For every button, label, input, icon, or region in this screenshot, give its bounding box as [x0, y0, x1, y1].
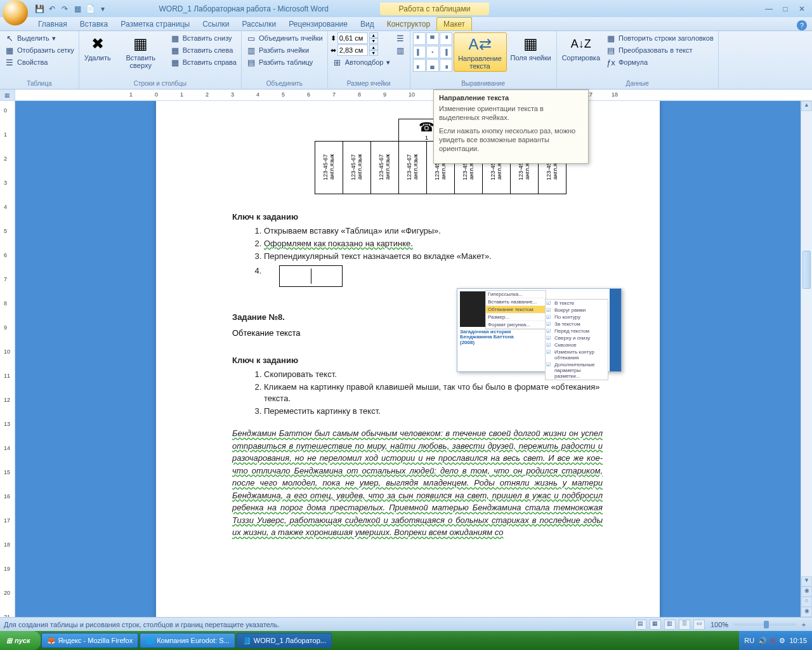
split-table-icon: ▤ — [246, 57, 256, 67]
insert-right-button[interactable]: ▦Вставить справа — [168, 56, 239, 68]
qat-icon[interactable]: ▦ — [72, 4, 82, 14]
table-cell: 123-45-67 англ.язык — [407, 142, 419, 192]
view-web-icon[interactable]: ▥ — [664, 620, 676, 630]
office-orb[interactable] — [3, 0, 28, 25]
status-message: Для создания таблицы и рисования строк, … — [4, 621, 280, 628]
browse-select-icon[interactable]: ○ — [801, 597, 812, 607]
ribbon-tabs: Главная Вставка Разметка страницы Ссылки… — [0, 17, 812, 31]
maximize-button[interactable]: □ — [778, 4, 793, 14]
insert-below-button[interactable]: ▦Вставить снизу — [168, 32, 239, 44]
select-button[interactable]: ↖Выделить ▾ — [3, 32, 76, 44]
scroll-thumb[interactable] — [802, 251, 811, 289]
convert-text-button[interactable]: ▤Преобразовать в текст — [604, 44, 716, 56]
tab-layout[interactable]: Разметка страницы — [114, 18, 196, 30]
view-print-icon[interactable]: ▤ — [635, 620, 646, 630]
align-ml[interactable]: ▌ — [413, 46, 426, 58]
minimize-button[interactable]: — — [761, 4, 776, 14]
align-tr[interactable]: ▝ — [440, 32, 452, 45]
row-height-input[interactable] — [337, 32, 368, 44]
document-area[interactable]: ☎1 123-45-67 англ.язык 123-45-67 англ.яз… — [15, 101, 801, 617]
spin-up[interactable]: ▲ — [369, 32, 378, 38]
qat-icon[interactable]: 📄 — [85, 4, 95, 14]
spin-up[interactable]: ▲ — [369, 44, 378, 50]
group-label: Объединить — [244, 79, 325, 88]
autofit-button[interactable]: ⊞Автоподбор ▾ — [331, 56, 392, 68]
delete-button[interactable]: ✖Удалить — [82, 32, 114, 63]
repeat-header-button[interactable]: ▦Повторить строки заголовков — [604, 32, 716, 44]
zoom-in-button[interactable]: + — [799, 621, 808, 628]
tab-view[interactable]: Вид — [354, 18, 381, 30]
view-outline-icon[interactable]: ☰ — [679, 620, 690, 630]
view-draft-icon[interactable]: ▭ — [693, 620, 705, 630]
table-cell: 123-45-67 англ.язык — [379, 142, 391, 192]
qat-more-icon[interactable]: ▾ — [98, 4, 108, 14]
zoom-slider[interactable] — [733, 623, 797, 626]
browse-prev-icon[interactable]: ◉ — [801, 587, 812, 597]
redo-icon[interactable]: ↷ — [60, 4, 70, 14]
align-mc[interactable]: ▪ — [426, 46, 439, 58]
tab-table-layout[interactable]: Макет — [436, 17, 472, 30]
tray-icon[interactable]: ⚙ — [779, 637, 785, 645]
vertical-scrollbar[interactable]: ▲ ▼ ◉ ○ ◉ — [801, 101, 812, 617]
spin-down[interactable]: ▼ — [369, 50, 378, 56]
close-button[interactable]: ✕ — [794, 4, 809, 14]
text-direction-icon: A⇄ — [470, 34, 490, 55]
view-read-icon[interactable]: ▦ — [650, 620, 661, 630]
col-width-input[interactable] — [337, 44, 368, 56]
lang-indicator[interactable]: RU — [744, 637, 754, 644]
properties-icon: ☰ — [4, 57, 15, 67]
tray-icon[interactable]: K — [771, 637, 775, 644]
align-tc[interactable]: ▀ — [426, 32, 439, 45]
ruler-corner[interactable]: ▦ — [0, 90, 15, 100]
list-item: Кликаем на картинку правой клавишей мыши… — [264, 381, 603, 404]
vertical-ruler[interactable]: 1012345678910111213141516171819202122232… — [0, 101, 15, 617]
align-bc[interactable]: ▄ — [426, 59, 439, 72]
taskbar-item[interactable]: 📘WORD_1 Лаборатор... — [237, 633, 332, 648]
help-icon[interactable]: ? — [797, 20, 807, 30]
cell-margins-button[interactable]: ▦Поля ячейки — [508, 32, 554, 63]
insert-right-icon: ▦ — [170, 57, 180, 67]
zoom-control: 100% − + — [710, 621, 808, 628]
split-cells-button[interactable]: ▥Разбить ячейки — [244, 44, 325, 56]
taskbar: ⊞пуск 🦊Яндекс - Mozilla Firefox 🌐Компани… — [0, 631, 812, 650]
page: ☎1 123-45-67 англ.язык 123-45-67 англ.яз… — [156, 101, 660, 617]
horizontal-ruler-wrap: ▦ 10123456789101112131415161718 — [0, 90, 812, 101]
tab-design[interactable]: Конструктор — [381, 18, 436, 30]
scroll-down-icon[interactable]: ▼ — [801, 576, 812, 587]
sort-button[interactable]: A↓ZСортировка — [560, 32, 603, 63]
align-bl[interactable]: ▖ — [413, 59, 426, 72]
tab-review[interactable]: Рецензирование — [282, 18, 354, 30]
insert-above-button[interactable]: ▦Вставить сверху — [115, 32, 167, 70]
taskbar-item[interactable]: 🦊Яндекс - Mozilla Firefox — [41, 633, 139, 648]
browse-next-icon[interactable]: ◉ — [801, 607, 812, 617]
align-tl[interactable]: ▘ — [413, 32, 426, 45]
tab-insert[interactable]: Вставка — [74, 18, 115, 30]
scroll-up-icon[interactable]: ▲ — [801, 101, 812, 111]
tab-references[interactable]: Ссылки — [196, 18, 235, 30]
text-direction-button[interactable]: A⇄Направление текста — [454, 32, 507, 72]
clock[interactable]: 10:15 — [789, 637, 807, 644]
start-button[interactable]: ⊞пуск — [0, 631, 41, 650]
tray-icon[interactable]: 🔊 — [758, 637, 767, 645]
list-item — [264, 265, 603, 287]
zoom-out-button[interactable]: − — [722, 621, 731, 628]
zoom-level[interactable]: 100% — [710, 621, 719, 628]
horizontal-ruler[interactable]: 10123456789101112131415161718 — [15, 90, 812, 100]
undo-icon[interactable]: ↶ — [47, 4, 57, 14]
tab-mailings[interactable]: Рассылки — [235, 18, 282, 30]
insert-left-button[interactable]: ▦Вставить слева — [168, 44, 239, 56]
properties-button[interactable]: ☰Свойства — [3, 56, 76, 68]
distribute-rows-button[interactable]: ☰ — [393, 32, 407, 44]
formula-button[interactable]: ƒxФормула — [604, 56, 716, 68]
tab-home[interactable]: Главная — [32, 18, 74, 30]
windows-icon: ⊞ — [6, 637, 12, 645]
split-table-button[interactable]: ▤Разбить таблицу — [244, 56, 325, 68]
align-mr[interactable]: ▐ — [440, 46, 452, 58]
spin-down[interactable]: ▼ — [369, 38, 378, 44]
save-icon[interactable]: 💾 — [34, 4, 44, 14]
distribute-cols-button[interactable]: ▥ — [393, 44, 407, 56]
show-grid-button[interactable]: ▦Отобразить сетку — [3, 44, 76, 56]
taskbar-item[interactable]: 🌐Компания Eurodot: S... — [140, 633, 235, 648]
merge-cells-button[interactable]: ▭Объединить ячейки — [244, 32, 325, 44]
align-br[interactable]: ▗ — [440, 59, 452, 72]
